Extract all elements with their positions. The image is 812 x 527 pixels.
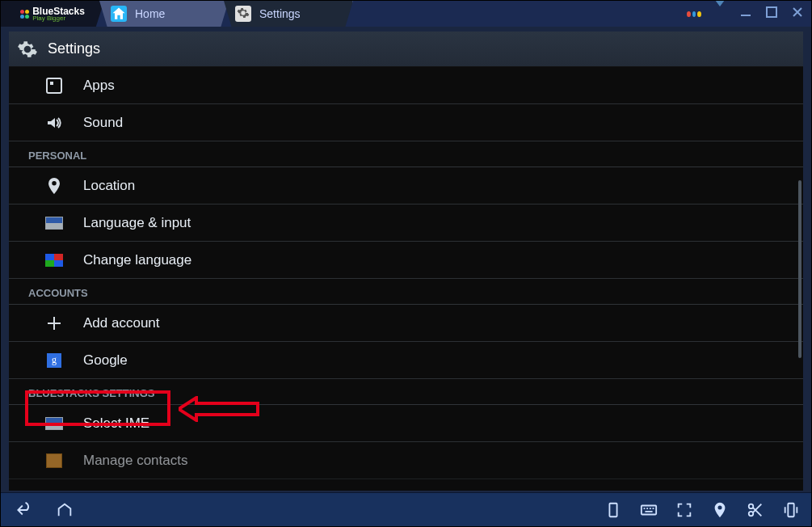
settings-list: Apps Sound PERSONAL Location Language & …: [9, 67, 803, 491]
settings-item-add-account[interactable]: Add account: [9, 305, 803, 342]
svg-rect-3: [50, 82, 53, 85]
page-title: Settings: [48, 40, 100, 57]
svg-rect-5: [642, 505, 656, 514]
flags-icon: [44, 251, 64, 270]
location-icon: [44, 176, 64, 196]
scrollbar[interactable]: [798, 180, 801, 358]
settings-item-google[interactable]: g Google: [9, 342, 803, 379]
svg-rect-0: [741, 15, 751, 16]
bottom-bar: [1, 492, 811, 526]
scissors-icon[interactable]: [747, 501, 764, 519]
section-header-bluestacks: BLUESTACKS SETTINGS: [9, 379, 803, 405]
tab-settings[interactable]: Settings: [224, 1, 353, 27]
svg-rect-8: [788, 503, 793, 516]
pika-icon[interactable]: [687, 11, 701, 17]
logo-dots-icon: [20, 10, 29, 19]
tab-home[interactable]: Home: [99, 1, 229, 27]
section-header-personal: PERSONAL: [9, 141, 803, 167]
home-button[interactable]: [56, 501, 74, 519]
settings-item-label: Sound: [83, 115, 123, 131]
settings-item-apps[interactable]: Apps: [9, 67, 803, 104]
svg-rect-1: [767, 7, 776, 17]
settings-item-label: Language & input: [83, 215, 191, 231]
keyboard-icon: [44, 213, 64, 233]
settings-item-label: Apps: [83, 78, 115, 94]
section-header-accounts: ACCOUNTS: [9, 279, 803, 305]
settings-item-label: Add account: [83, 315, 160, 331]
titlebar: BlueStacks Play Bigger Home Settings: [1, 1, 811, 27]
contacts-icon: [44, 451, 64, 470]
svg-rect-4: [609, 503, 616, 516]
settings-item-manage-contacts[interactable]: Manage contacts: [9, 442, 803, 479]
settings-icon: [235, 6, 251, 22]
close-button[interactable]: [790, 6, 805, 22]
tabs: Home Settings: [104, 1, 353, 27]
tab-label: Settings: [259, 7, 301, 20]
google-icon: g: [44, 351, 64, 370]
gear-icon: [17, 39, 38, 60]
settings-item-label: Google: [83, 352, 128, 369]
tab-label: Home: [135, 7, 165, 20]
location-icon[interactable]: [711, 501, 729, 519]
settings-item-label: Manage contacts: [83, 453, 187, 469]
settings-item-location[interactable]: Location: [9, 167, 803, 204]
keyboard-icon[interactable]: [640, 501, 658, 519]
page-header: Settings: [9, 32, 803, 67]
settings-item-language-input[interactable]: Language & input: [9, 204, 803, 242]
shake-icon[interactable]: [782, 501, 800, 519]
keyboard-icon: [44, 414, 64, 433]
sound-icon: [44, 113, 64, 133]
dropdown-icon[interactable]: [713, 6, 727, 21]
settings-item-label: Change language: [83, 252, 191, 268]
bluestacks-logo: BlueStacks Play Bigger: [1, 1, 104, 27]
settings-item-change-language[interactable]: Change language: [9, 242, 803, 279]
back-button[interactable]: [12, 501, 30, 519]
settings-item-sound[interactable]: Sound: [9, 104, 803, 141]
minimize-button[interactable]: [738, 6, 753, 22]
settings-item-label: Location: [83, 178, 135, 194]
maximize-button[interactable]: [764, 6, 779, 22]
settings-item-label: Select IME: [83, 415, 149, 432]
logo-subtitle: Play Bigger: [32, 15, 65, 22]
apps-icon: [44, 76, 64, 95]
fullscreen-icon[interactable]: [675, 501, 693, 519]
settings-item-select-ime[interactable]: Select IME: [9, 405, 803, 442]
home-icon: [111, 6, 127, 22]
window-controls: [687, 1, 805, 27]
plus-icon: [44, 314, 64, 333]
svg-rect-2: [47, 78, 61, 93]
phone-frame-icon[interactable]: [604, 501, 622, 519]
